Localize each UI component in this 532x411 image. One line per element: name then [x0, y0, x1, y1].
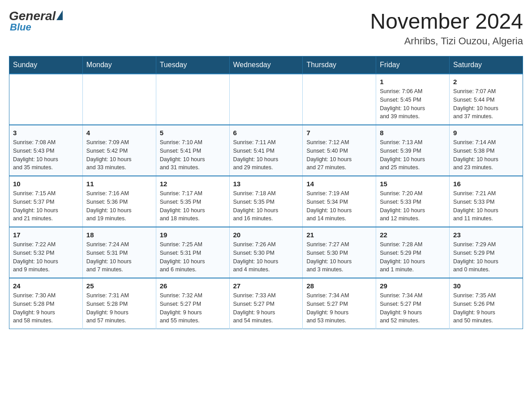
- day-number: 19: [160, 231, 226, 239]
- calendar-cell-w5-d2: 25Sunrise: 7:31 AM Sunset: 5:28 PM Dayli…: [82, 278, 156, 329]
- day-number: 9: [453, 129, 519, 137]
- day-number: 20: [233, 231, 299, 239]
- day-info: Sunrise: 7:12 AM Sunset: 5:40 PM Dayligh…: [306, 138, 372, 172]
- calendar-header: Sunday Monday Tuesday Wednesday Thursday…: [9, 56, 523, 74]
- calendar-cell-w4-d7: 23Sunrise: 7:29 AM Sunset: 5:29 PM Dayli…: [450, 227, 523, 278]
- calendar-cell-w4-d1: 17Sunrise: 7:22 AM Sunset: 5:32 PM Dayli…: [9, 227, 83, 278]
- calendar-cell-w3-d1: 10Sunrise: 7:15 AM Sunset: 5:37 PM Dayli…: [9, 176, 83, 227]
- day-number: 10: [13, 180, 79, 188]
- day-number: 16: [453, 180, 519, 188]
- calendar-cell-w1-d1: [9, 74, 83, 125]
- day-info: Sunrise: 7:07 AM Sunset: 5:44 PM Dayligh…: [453, 87, 519, 121]
- calendar-table: Sunday Monday Tuesday Wednesday Thursday…: [9, 56, 523, 329]
- day-info: Sunrise: 7:32 AM Sunset: 5:27 PM Dayligh…: [160, 291, 226, 325]
- calendar-cell-w2-d2: 4Sunrise: 7:09 AM Sunset: 5:42 PM Daylig…: [82, 125, 156, 176]
- calendar-cell-w5-d3: 26Sunrise: 7:32 AM Sunset: 5:27 PM Dayli…: [156, 278, 229, 329]
- calendar-cell-w5-d5: 28Sunrise: 7:34 AM Sunset: 5:27 PM Dayli…: [303, 278, 376, 329]
- calendar-cell-w1-d6: 1Sunrise: 7:06 AM Sunset: 5:45 PM Daylig…: [376, 74, 450, 125]
- calendar-cell-w2-d7: 9Sunrise: 7:14 AM Sunset: 5:38 PM Daylig…: [450, 125, 523, 176]
- calendar-cell-w1-d2: [82, 74, 156, 125]
- day-number: 2: [453, 78, 519, 86]
- calendar-title: November 2024: [370, 9, 523, 34]
- day-info: Sunrise: 7:24 AM Sunset: 5:31 PM Dayligh…: [86, 240, 152, 274]
- day-number: 11: [86, 180, 152, 188]
- calendar-cell-w3-d7: 16Sunrise: 7:21 AM Sunset: 5:33 PM Dayli…: [450, 176, 523, 227]
- calendar-cell-w3-d5: 14Sunrise: 7:19 AM Sunset: 5:34 PM Dayli…: [303, 176, 376, 227]
- day-info: Sunrise: 7:10 AM Sunset: 5:41 PM Dayligh…: [160, 138, 226, 172]
- day-info: Sunrise: 7:28 AM Sunset: 5:29 PM Dayligh…: [380, 240, 446, 274]
- day-info: Sunrise: 7:15 AM Sunset: 5:37 PM Dayligh…: [13, 189, 79, 223]
- calendar-cell-w2-d5: 7Sunrise: 7:12 AM Sunset: 5:40 PM Daylig…: [303, 125, 376, 176]
- day-info: Sunrise: 7:06 AM Sunset: 5:45 PM Dayligh…: [380, 87, 446, 121]
- day-number: 21: [306, 231, 372, 239]
- day-info: Sunrise: 7:35 AM Sunset: 5:26 PM Dayligh…: [453, 291, 519, 325]
- day-info: Sunrise: 7:34 AM Sunset: 5:27 PM Dayligh…: [380, 291, 446, 325]
- page-header: General Blue November 2024 Arhribs, Tizi…: [9, 9, 523, 47]
- day-info: Sunrise: 7:27 AM Sunset: 5:30 PM Dayligh…: [306, 240, 372, 274]
- day-number: 15: [380, 180, 446, 188]
- day-number: 5: [160, 129, 226, 137]
- calendar-cell-w4-d6: 22Sunrise: 7:28 AM Sunset: 5:29 PM Dayli…: [376, 227, 450, 278]
- calendar-cell-w4-d3: 19Sunrise: 7:25 AM Sunset: 5:31 PM Dayli…: [156, 227, 229, 278]
- day-info: Sunrise: 7:34 AM Sunset: 5:27 PM Dayligh…: [306, 291, 372, 325]
- calendar-cell-w4-d5: 21Sunrise: 7:27 AM Sunset: 5:30 PM Dayli…: [303, 227, 376, 278]
- calendar-subtitle: Arhribs, Tizi Ouzou, Algeria: [370, 35, 523, 47]
- week-row-1: 1Sunrise: 7:06 AM Sunset: 5:45 PM Daylig…: [9, 74, 523, 125]
- day-number: 25: [86, 282, 152, 290]
- day-number: 18: [86, 231, 152, 239]
- title-section: November 2024 Arhribs, Tizi Ouzou, Alger…: [370, 9, 523, 47]
- logo: General Blue: [9, 9, 63, 33]
- day-info: Sunrise: 7:21 AM Sunset: 5:33 PM Dayligh…: [453, 189, 519, 223]
- day-info: Sunrise: 7:20 AM Sunset: 5:33 PM Dayligh…: [380, 189, 446, 223]
- day-info: Sunrise: 7:11 AM Sunset: 5:41 PM Dayligh…: [233, 138, 299, 172]
- day-number: 17: [13, 231, 79, 239]
- week-row-3: 10Sunrise: 7:15 AM Sunset: 5:37 PM Dayli…: [9, 176, 523, 227]
- day-info: Sunrise: 7:29 AM Sunset: 5:29 PM Dayligh…: [453, 240, 519, 274]
- day-number: 22: [380, 231, 446, 239]
- day-info: Sunrise: 7:08 AM Sunset: 5:43 PM Dayligh…: [13, 138, 79, 172]
- calendar-cell-w1-d7: 2Sunrise: 7:07 AM Sunset: 5:44 PM Daylig…: [450, 74, 523, 125]
- calendar-body: 1Sunrise: 7:06 AM Sunset: 5:45 PM Daylig…: [9, 74, 523, 329]
- day-info: Sunrise: 7:22 AM Sunset: 5:32 PM Dayligh…: [13, 240, 79, 274]
- week-row-2: 3Sunrise: 7:08 AM Sunset: 5:43 PM Daylig…: [9, 125, 523, 176]
- calendar-cell-w5-d6: 29Sunrise: 7:34 AM Sunset: 5:27 PM Dayli…: [376, 278, 450, 329]
- header-wednesday: Wednesday: [229, 56, 303, 74]
- calendar-cell-w2-d4: 6Sunrise: 7:11 AM Sunset: 5:41 PM Daylig…: [229, 125, 303, 176]
- day-number: 24: [13, 282, 79, 290]
- day-number: 3: [13, 129, 79, 137]
- calendar-cell-w5-d1: 24Sunrise: 7:30 AM Sunset: 5:28 PM Dayli…: [9, 278, 83, 329]
- day-number: 14: [306, 180, 372, 188]
- calendar-cell-w3-d2: 11Sunrise: 7:16 AM Sunset: 5:36 PM Dayli…: [82, 176, 156, 227]
- days-of-week-row: Sunday Monday Tuesday Wednesday Thursday…: [9, 56, 523, 74]
- day-number: 1: [380, 78, 446, 86]
- day-info: Sunrise: 7:26 AM Sunset: 5:30 PM Dayligh…: [233, 240, 299, 274]
- calendar-cell-w4-d4: 20Sunrise: 7:26 AM Sunset: 5:30 PM Dayli…: [229, 227, 303, 278]
- calendar-cell-w1-d3: [156, 74, 229, 125]
- calendar-cell-w2-d1: 3Sunrise: 7:08 AM Sunset: 5:43 PM Daylig…: [9, 125, 83, 176]
- week-row-5: 24Sunrise: 7:30 AM Sunset: 5:28 PM Dayli…: [9, 278, 523, 329]
- calendar-cell-w2-d3: 5Sunrise: 7:10 AM Sunset: 5:41 PM Daylig…: [156, 125, 229, 176]
- day-info: Sunrise: 7:14 AM Sunset: 5:38 PM Dayligh…: [453, 138, 519, 172]
- calendar-cell-w2-d6: 8Sunrise: 7:13 AM Sunset: 5:39 PM Daylig…: [376, 125, 450, 176]
- day-number: 26: [160, 282, 226, 290]
- day-info: Sunrise: 7:19 AM Sunset: 5:34 PM Dayligh…: [306, 189, 372, 223]
- calendar-cell-w5-d7: 30Sunrise: 7:35 AM Sunset: 5:26 PM Dayli…: [450, 278, 523, 329]
- day-number: 30: [453, 282, 519, 290]
- header-sunday: Sunday: [9, 56, 83, 74]
- calendar-cell-w3-d4: 13Sunrise: 7:18 AM Sunset: 5:35 PM Dayli…: [229, 176, 303, 227]
- day-info: Sunrise: 7:25 AM Sunset: 5:31 PM Dayligh…: [160, 240, 226, 274]
- calendar-cell-w1-d5: [303, 74, 376, 125]
- day-info: Sunrise: 7:16 AM Sunset: 5:36 PM Dayligh…: [86, 189, 152, 223]
- week-row-4: 17Sunrise: 7:22 AM Sunset: 5:32 PM Dayli…: [9, 227, 523, 278]
- calendar-cell-w1-d4: [229, 74, 303, 125]
- day-number: 7: [306, 129, 372, 137]
- day-info: Sunrise: 7:18 AM Sunset: 5:35 PM Dayligh…: [233, 189, 299, 223]
- day-info: Sunrise: 7:13 AM Sunset: 5:39 PM Dayligh…: [380, 138, 446, 172]
- day-info: Sunrise: 7:31 AM Sunset: 5:28 PM Dayligh…: [86, 291, 152, 325]
- day-number: 8: [380, 129, 446, 137]
- header-monday: Monday: [82, 56, 156, 74]
- calendar-cell-w3-d3: 12Sunrise: 7:17 AM Sunset: 5:35 PM Dayli…: [156, 176, 229, 227]
- header-saturday: Saturday: [450, 56, 523, 74]
- day-number: 13: [233, 180, 299, 188]
- day-number: 6: [233, 129, 299, 137]
